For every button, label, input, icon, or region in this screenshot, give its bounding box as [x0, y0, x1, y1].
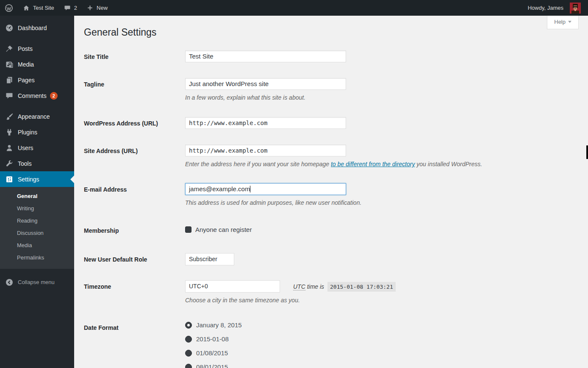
sidebar-item-label: Tools — [18, 160, 32, 167]
wordpress-menu-button[interactable] — [0, 0, 18, 16]
anyone-can-register-label: Anyone can register — [195, 226, 252, 233]
timezone-label: Timezone — [84, 280, 185, 304]
help-button[interactable]: Help — [547, 16, 579, 29]
sidebar-item-label: Settings — [18, 176, 39, 183]
sidebar-item-label: Pages — [18, 77, 35, 84]
date-format-radio[interactable] — [185, 322, 192, 329]
settings-submenu: General Writing Reading Discussion Media… — [0, 187, 74, 269]
wordpress-address-input[interactable]: http://www.example.com — [185, 117, 346, 129]
admin-bar-new-button[interactable]: New — [82, 0, 112, 16]
comments-count-badge: 2 — [50, 92, 58, 100]
timezone-select[interactable]: UTC+0 — [185, 280, 280, 293]
general-settings-form: Site Title Test Site Tagline Just anothe… — [84, 50, 588, 368]
email-address-input[interactable]: james@example.com — [185, 183, 346, 195]
sidebar-item-label: Comments — [18, 92, 47, 99]
utc-time-text: UTC time is 2015-01-08 17:03:21 — [293, 283, 396, 290]
default-role-select[interactable]: Subscriber — [185, 253, 234, 265]
site-title-value: Test Site — [189, 53, 214, 60]
sidebar-item-users[interactable]: Users — [0, 140, 74, 156]
email-address-label: E-mail Address — [84, 183, 185, 206]
home-icon — [22, 4, 30, 12]
email-help-text: This address is used for admin purposes,… — [185, 199, 588, 206]
settings-icon — [5, 175, 14, 184]
date-format-option-label: January 8, 2015 — [196, 321, 242, 329]
page-title: General Settings — [74, 16, 588, 39]
wrench-icon — [5, 159, 14, 168]
site-address-input[interactable]: http://www.example.com — [185, 145, 346, 156]
site-address-label: Site Address (URL) — [84, 145, 185, 168]
user-avatar — [570, 3, 581, 14]
sidebar-item-label: Media — [18, 61, 34, 68]
sidebar-item-posts[interactable]: Posts — [0, 41, 74, 56]
site-address-help-text: Enter the address here if you want your … — [185, 160, 588, 168]
admin-menu: Dashboard Posts Media Pages Comments — [0, 16, 74, 187]
dashboard-icon — [5, 24, 14, 32]
current-utc-time: 2015-01-08 17:03:21 — [327, 282, 396, 292]
site-address-value: http://www.example.com — [189, 147, 267, 154]
date-format-option-label: 2015-01-08 — [196, 335, 229, 343]
collapse-arrow-icon — [5, 278, 14, 287]
mouse-cursor-artifact — [586, 145, 588, 159]
help-text-suffix: you installed WordPress. — [415, 161, 482, 167]
sidebar-item-label: Plugins — [18, 129, 37, 136]
sidebar-item-settings[interactable]: Settings — [0, 171, 74, 187]
help-label: Help — [554, 19, 566, 25]
collapse-menu-label: Collapse menu — [18, 279, 55, 285]
chevron-down-icon — [568, 21, 571, 23]
default-role-label: New User Default Role — [84, 253, 185, 265]
help-text-prefix: Enter the address here if you want your … — [185, 161, 331, 167]
site-title-label: Site Title — [84, 50, 185, 62]
tagline-input[interactable]: Just another WordPress site — [185, 78, 346, 90]
date-format-radio[interactable] — [185, 350, 192, 357]
sidebar-item-label: Dashboard — [18, 25, 47, 31]
sidebar-item-appearance[interactable]: Appearance — [0, 109, 74, 124]
wordpress-logo-icon — [5, 4, 13, 12]
sidebar-item-tools[interactable]: Tools — [0, 156, 74, 171]
admin-bar-site-link[interactable]: Test Site — [18, 0, 59, 16]
wordpress-address-value: http://www.example.com — [189, 120, 267, 126]
timezone-value: UTC+0 — [189, 283, 208, 290]
submenu-item-media[interactable]: Media — [0, 239, 74, 251]
menu-separator — [0, 103, 74, 109]
pushpin-icon — [5, 45, 14, 53]
sidebar-item-pages[interactable]: Pages — [0, 72, 74, 88]
sidebar-item-plugins[interactable]: Plugins — [0, 124, 74, 140]
submenu-item-permalinks[interactable]: Permalinks — [0, 251, 74, 264]
sidebar-item-dashboard[interactable]: Dashboard — [0, 20, 74, 36]
paintbrush-icon — [5, 112, 14, 121]
time-is-text: time is — [305, 283, 326, 290]
tagline-help-text: In a few words, explain what this site i… — [185, 94, 588, 101]
wordpress-address-label: WordPress Address (URL) — [84, 117, 185, 129]
date-format-option-label: 01/08/2015 — [196, 349, 228, 357]
date-format-radio[interactable] — [185, 336, 192, 343]
timezone-help-text: Choose a city in the same timezone as yo… — [185, 296, 588, 304]
admin-bar-comment-count: 2 — [74, 5, 77, 11]
date-format-label: Date Format — [84, 321, 185, 368]
admin-bar-site-name: Test Site — [33, 5, 54, 11]
plus-icon — [86, 4, 94, 11]
site-title-input[interactable]: Test Site — [185, 50, 346, 62]
sidebar-item-comments[interactable]: Comments 2 — [0, 88, 74, 103]
howdy-greeting: Howdy, James — [528, 5, 563, 11]
comment-bubble-icon — [64, 4, 71, 12]
tagline-value: Just another WordPress site — [189, 80, 269, 87]
admin-sidebar: Dashboard Posts Media Pages Comments — [0, 16, 74, 368]
admin-bar: Test Site 2 New Howdy, James — [0, 0, 588, 16]
date-format-radio[interactable] — [185, 364, 192, 368]
different-directory-link[interactable]: to be different from the directory — [331, 161, 415, 167]
admin-bar-comments-button[interactable]: 2 — [59, 0, 82, 16]
sidebar-item-label: Appearance — [18, 113, 50, 120]
admin-bar-account-menu[interactable]: Howdy, James — [523, 0, 585, 16]
media-icon — [5, 60, 14, 69]
submenu-item-writing[interactable]: Writing — [0, 202, 74, 215]
text-cursor — [250, 186, 250, 192]
submenu-item-general[interactable]: General — [0, 190, 74, 202]
default-role-value: Subscriber — [189, 256, 217, 262]
submenu-item-reading[interactable]: Reading — [0, 215, 74, 227]
sidebar-item-media[interactable]: Media — [0, 56, 74, 72]
main-content: Help General Settings Site Title Test Si… — [74, 16, 588, 368]
submenu-item-discussion[interactable]: Discussion — [0, 227, 74, 239]
sidebar-item-label: Posts — [18, 45, 33, 52]
anyone-can-register-checkbox[interactable] — [185, 226, 191, 233]
collapse-menu-button[interactable]: Collapse menu — [0, 275, 74, 290]
